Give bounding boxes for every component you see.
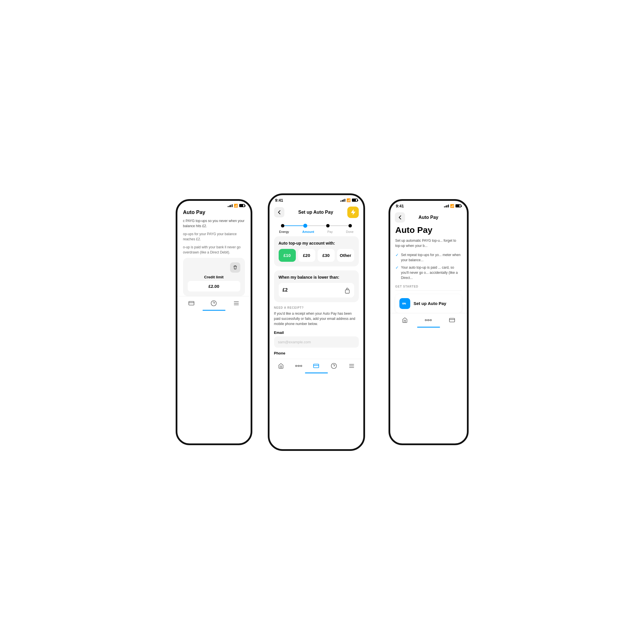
progress-stepper xyxy=(275,220,358,229)
check-text-1: Set repeat top-ups for yo... meter when … xyxy=(401,252,462,263)
credit-card: Credit limit £2.00 xyxy=(183,258,245,296)
right-bottom-nav xyxy=(390,313,467,329)
step-dot-0 xyxy=(281,224,284,227)
center-status-bar: 9:41 📶 xyxy=(270,195,363,204)
signal-icon xyxy=(228,204,233,207)
center-phone: 9:41 📶 Set up Auto Pay xyxy=(268,193,365,451)
right-nav-activity-icon[interactable] xyxy=(424,316,432,324)
infinity-icon xyxy=(399,298,410,309)
right-nav-title: Auto Pay xyxy=(419,215,438,220)
right-time: 9:41 xyxy=(396,204,404,208)
left-title: Auto Pay xyxy=(183,209,245,215)
right-nav-payment-icon[interactable] xyxy=(448,316,456,324)
stepper-labels: Energy Amount Pay Done xyxy=(275,229,358,236)
topup-card-title: Auto top-up my account with: xyxy=(279,241,354,245)
center-signal-icon xyxy=(340,199,345,202)
email-input[interactable]: sam@example.com xyxy=(274,336,359,348)
step-dot-2 xyxy=(326,224,330,227)
step-dot-1 xyxy=(303,224,307,228)
wifi-icon: 📶 xyxy=(234,204,238,208)
autopay-desc: Set up automatic PAYG top-u... forget to… xyxy=(395,238,462,248)
setup-btn-label: Set up Auto Pay xyxy=(414,301,446,306)
receipt-label: NEED A RECEIPT? xyxy=(274,306,359,309)
step-label-amount: Amount xyxy=(302,230,314,233)
scene: 📶 Auto Pay c PAYG top-ups so you never w… xyxy=(171,171,474,474)
left-nav-help-icon[interactable] xyxy=(210,299,218,307)
center-nav-activity-icon[interactable] xyxy=(295,362,303,370)
left-status-bar: 📶 xyxy=(177,201,251,209)
battery-icon xyxy=(239,204,245,207)
credit-limit-label: Credit limit xyxy=(188,275,240,279)
check-item-1: ✓ Set repeat top-ups for yo... meter whe… xyxy=(395,252,462,263)
checkmark-1: ✓ xyxy=(395,253,399,257)
left-desc2: op-ups for your PAYG your balance reache… xyxy=(183,231,245,242)
balance-card: When my balance is lower than: £2 xyxy=(274,270,359,302)
svg-rect-6 xyxy=(345,290,349,293)
check-text-2: Your auto top-up is paid ... card, so yo… xyxy=(401,265,462,280)
center-time: 9:41 xyxy=(275,198,283,203)
svg-point-20 xyxy=(430,319,432,321)
center-nav-payment-icon[interactable] xyxy=(312,362,320,370)
checkmark-2: ✓ xyxy=(395,265,399,270)
lock-icon xyxy=(344,287,350,294)
credit-value: £2.00 xyxy=(188,281,240,292)
left-nav-menu-icon[interactable] xyxy=(232,299,240,307)
step-label-pay: Pay xyxy=(327,230,333,233)
left-bottom-nav xyxy=(177,296,251,312)
check-item-2: ✓ Your auto top-up is paid ... card, so … xyxy=(395,265,462,280)
right-phone-content: Auto Pay Set up automatic PAYG top-u... … xyxy=(390,225,467,313)
center-battery-icon xyxy=(352,199,358,202)
lightning-button[interactable] xyxy=(347,207,359,218)
center-nav-home-icon[interactable] xyxy=(277,362,285,370)
delete-icon[interactable] xyxy=(230,262,240,273)
svg-rect-0 xyxy=(189,301,194,305)
step-line-2 xyxy=(330,225,348,226)
right-battery-icon xyxy=(455,204,461,207)
right-back-button[interactable] xyxy=(395,212,405,223)
left-desc3: o-up is paid with your bank ll never go … xyxy=(183,245,245,255)
amount-options: £10 £20 £30 Other xyxy=(279,249,354,262)
step-dot-3 xyxy=(348,224,352,227)
balance-card-title: When my balance is lower than: xyxy=(279,275,354,280)
step-line-1 xyxy=(307,225,326,226)
center-nav-menu-icon[interactable] xyxy=(348,362,356,370)
autopay-title: Auto Pay xyxy=(395,225,462,235)
left-desc1: c PAYG top-ups so you never when your ba… xyxy=(183,218,245,229)
topup-card: Auto top-up my account with: £10 £20 £30… xyxy=(274,236,359,266)
svg-rect-23 xyxy=(449,318,455,322)
center-nav-header: Set up Auto Pay xyxy=(270,204,363,220)
get-started-label: GET STARTED xyxy=(395,285,462,288)
amount-btn-10[interactable]: £10 xyxy=(279,249,296,262)
step-line-0 xyxy=(284,225,303,226)
email-label: Email xyxy=(274,330,359,335)
right-nav-header: Auto Pay xyxy=(390,210,467,225)
svg-rect-12 xyxy=(314,364,319,368)
svg-point-9 xyxy=(300,365,302,367)
center-wifi-icon: 📶 xyxy=(346,198,351,202)
right-wifi-icon: 📶 xyxy=(450,204,454,208)
center-nav-help-icon[interactable] xyxy=(330,362,338,370)
center-nav-title: Set up Auto Pay xyxy=(298,210,333,215)
amount-btn-other[interactable]: Other xyxy=(337,249,354,262)
phone-label: Phone xyxy=(274,351,359,355)
left-phone-content: Auto Pay c PAYG top-ups so you never whe… xyxy=(177,209,251,296)
amount-btn-30[interactable]: £30 xyxy=(318,249,335,262)
svg-point-8 xyxy=(298,365,299,367)
right-signal-icon xyxy=(444,205,449,207)
back-button[interactable] xyxy=(274,207,284,217)
svg-point-18 xyxy=(425,319,427,321)
svg-point-19 xyxy=(428,319,429,321)
step-label-done: Done xyxy=(346,230,353,233)
receipt-description: If you'd like a receipt when your Auto P… xyxy=(274,311,359,326)
svg-point-7 xyxy=(296,365,297,367)
balance-row: £2 xyxy=(279,283,354,298)
amount-btn-20[interactable]: £20 xyxy=(298,249,315,262)
left-nav-payment-icon[interactable] xyxy=(187,299,195,307)
center-content: Auto top-up my account with: £10 £20 £30… xyxy=(270,236,363,359)
step-label-energy: Energy xyxy=(279,230,289,233)
right-nav-home-icon[interactable] xyxy=(401,316,409,324)
balance-value: £2 xyxy=(283,288,288,293)
setup-autopay-button[interactable]: Set up Auto Pay xyxy=(395,294,462,313)
left-phone: 📶 Auto Pay c PAYG top-ups so you never w… xyxy=(176,199,252,445)
center-bottom-nav xyxy=(270,359,363,374)
